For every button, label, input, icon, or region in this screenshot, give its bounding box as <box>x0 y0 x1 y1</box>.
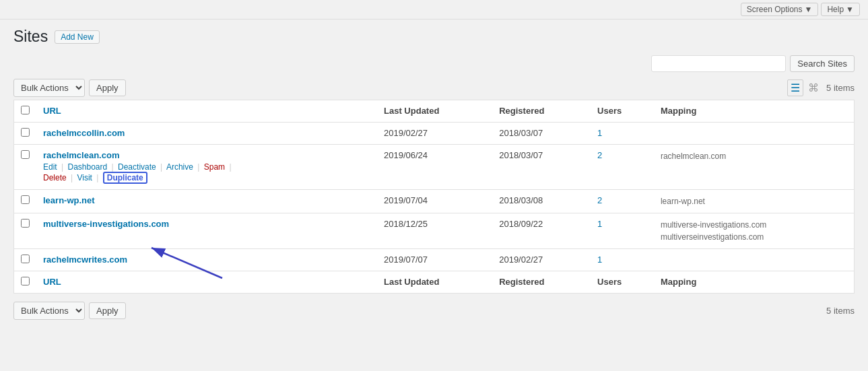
bottom-toolbar-left: Bulk Actions Apply <box>13 302 126 320</box>
registered-sort-link[interactable]: Registered <box>499 106 544 116</box>
users-cell: 2 <box>591 190 654 213</box>
mapping-value: rachelmclean.com <box>661 151 726 161</box>
header-users: Users <box>591 100 654 123</box>
sites-table: URL Last Updated Registered Users Mappin… <box>13 100 855 294</box>
registered-cell: 2018/03/07 <box>492 145 591 190</box>
last-updated-cell: 2019/06/24 <box>377 145 492 190</box>
users-link[interactable]: 2 <box>597 150 602 160</box>
users-link[interactable]: 2 <box>597 195 602 205</box>
toolbar-left: Bulk Actions Apply <box>13 79 126 97</box>
top-toolbar: Bulk Actions Apply ☰ ⌘ 5 items <box>13 79 855 97</box>
site-url-link[interactable]: multiverse-investigations.com <box>43 219 169 229</box>
view-icons: ☰ ⌘ <box>787 79 822 96</box>
row-checkbox[interactable] <box>21 195 30 204</box>
bottom-bulk-actions-select[interactable]: Bulk Actions <box>13 302 85 320</box>
header-row: URL Last Updated Registered Users Mappin… <box>14 100 855 123</box>
list-view-button[interactable]: ☰ <box>787 79 803 96</box>
action-sep: | <box>197 162 199 172</box>
footer-checkbox-col <box>14 271 37 294</box>
toolbar-right: ☰ ⌘ 5 items <box>787 79 855 96</box>
bulk-actions-select[interactable]: Bulk Actions <box>13 79 85 97</box>
users-cell: 1 <box>591 123 654 145</box>
footer-registered: Registered <box>492 271 591 294</box>
url-sort-link[interactable]: URL <box>43 106 61 116</box>
registered-cell: 2018/03/08 <box>492 190 591 213</box>
help-button[interactable]: Help ▼ <box>821 3 860 16</box>
action-sep: | <box>112 162 114 172</box>
header-checkbox-col <box>14 100 37 123</box>
footer-header-row: URL Last Updated Registered Users Mappin… <box>14 271 855 294</box>
registered-cell: 2018/03/07 <box>492 123 591 145</box>
edit-action-link[interactable]: Edit <box>43 162 57 172</box>
url-cell: rachelmcwrites.com <box>36 249 377 271</box>
row-checkbox-cell <box>14 123 37 145</box>
select-all-checkbox[interactable] <box>21 106 30 114</box>
action-sep: | <box>160 162 162 172</box>
footer-last-updated: Last Updated <box>377 271 492 294</box>
table-wrapper: URL Last Updated Registered Users Mappin… <box>13 100 855 294</box>
action-sep: | <box>71 173 73 182</box>
url-cell: rachelmccollin.com <box>36 123 377 145</box>
action-sep: | <box>96 173 98 182</box>
row-checkbox[interactable] <box>21 255 30 263</box>
help-label: Help <box>827 5 844 14</box>
list-view-icon: ☰ <box>791 82 800 94</box>
dashboard-action-link[interactable]: Dashboard <box>68 162 108 172</box>
users-link[interactable]: 1 <box>597 128 602 138</box>
table-row: learn-wp.net 2019/07/04 2018/03/08 2 lea… <box>14 190 855 213</box>
last-updated-sort-link[interactable]: Last Updated <box>384 106 439 116</box>
row-checkbox[interactable] <box>21 219 30 228</box>
users-cell: 2 <box>591 145 654 190</box>
mapping-cell <box>654 123 855 145</box>
site-url-link[interactable]: rachelmccollin.com <box>43 128 125 138</box>
deactivate-action-link[interactable]: Deactivate <box>118 162 156 172</box>
site-url-link[interactable]: rachelmcwrites.com <box>43 255 127 265</box>
grid-view-button[interactable]: ⌘ <box>805 79 822 96</box>
footer-url-sort-link[interactable]: URL <box>43 277 61 287</box>
row-checkbox-cell <box>14 145 37 190</box>
users-cell: 1 <box>591 249 654 271</box>
mapping-value: learn-wp.net <box>661 197 705 206</box>
table-row: rachelmccollin.com 2019/02/27 2018/03/07… <box>14 123 855 145</box>
bottom-toolbar: Bulk Actions Apply 5 items <box>13 298 855 324</box>
screen-options-button[interactable]: Screen Options ▼ <box>741 3 819 16</box>
footer-last-updated-sort-link[interactable]: Last Updated <box>384 277 439 287</box>
users-link[interactable]: 1 <box>597 219 602 229</box>
row-checkbox-cell <box>14 213 37 249</box>
last-updated-cell: 2019/02/27 <box>377 123 492 145</box>
apply-button[interactable]: Apply <box>89 79 126 96</box>
action-sep: | <box>229 162 231 172</box>
archive-action-link[interactable]: Archive <box>166 162 193 172</box>
visit-action-link[interactable]: Visit <box>77 173 92 182</box>
site-url-link[interactable]: learn-wp.net <box>43 195 95 205</box>
row-checkbox[interactable] <box>21 150 30 159</box>
last-updated-cell: 2019/07/07 <box>377 249 492 271</box>
header-registered: Registered <box>492 100 591 123</box>
search-sites-button[interactable]: Search Sites <box>790 55 855 72</box>
top-bar: Screen Options ▼ Help ▼ <box>0 0 868 20</box>
site-url-link[interactable]: rachelmclean.com <box>43 150 119 160</box>
footer-registered-sort-link[interactable]: Registered <box>499 277 544 287</box>
last-updated-cell: 2019/07/04 <box>377 190 492 213</box>
add-new-button[interactable]: Add New <box>55 30 100 44</box>
footer-select-all-checkbox[interactable] <box>21 277 30 285</box>
bottom-apply-button[interactable]: Apply <box>89 302 126 319</box>
registered-cell: 2019/02/27 <box>492 249 591 271</box>
duplicate-action-link[interactable]: Duplicate <box>103 172 147 184</box>
footer-mapping: Mapping <box>654 271 855 294</box>
search-area: Search Sites <box>13 55 855 72</box>
delete-action-link[interactable]: Delete <box>43 173 67 182</box>
header-url: URL <box>36 100 377 123</box>
search-input[interactable] <box>651 55 786 72</box>
screen-options-label: Screen Options <box>747 5 803 14</box>
screen-options-arrow-icon: ▼ <box>805 5 813 14</box>
mapping-value: multiverse-investigations.commultiversei… <box>661 220 766 242</box>
bottom-items-count-wrap: 5 items <box>826 306 855 316</box>
spam-action-link[interactable]: Spam <box>204 162 225 172</box>
table-row: rachelmclean.com Edit | Dashboard | Deac… <box>14 145 855 190</box>
row-checkbox[interactable] <box>21 128 30 137</box>
page-header: Sites Add New <box>13 28 855 46</box>
page-title: Sites <box>13 28 48 46</box>
header-last-updated: Last Updated <box>377 100 492 123</box>
users-link[interactable]: 1 <box>597 255 602 265</box>
